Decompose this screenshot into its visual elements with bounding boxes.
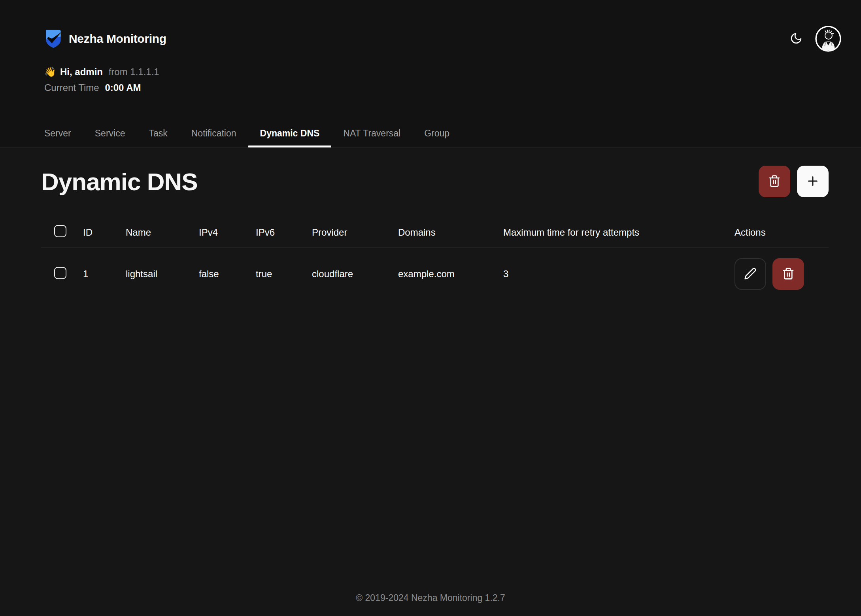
tab-group[interactable]: Group	[412, 119, 461, 147]
tab-task[interactable]: Task	[137, 119, 179, 147]
app-logo-icon	[44, 28, 62, 49]
col-header-provider: Provider	[312, 227, 398, 238]
brand[interactable]: Nezha Monitoring	[44, 28, 166, 49]
top-header: Nezha Monitoring	[0, 0, 861, 147]
tab-label: Service	[95, 128, 125, 139]
trash-icon	[782, 267, 795, 281]
plus-icon	[806, 174, 820, 189]
page-actions	[759, 166, 829, 197]
tab-label: NAT Traversal	[343, 128, 400, 139]
cell-ipv6: true	[256, 268, 312, 280]
brand-row: Nezha Monitoring	[44, 0, 841, 50]
col-header-max-retry: Maximum time for retry attempts	[503, 227, 731, 238]
current-time-line: Current Time 0:00 AM	[44, 80, 841, 96]
tab-label: Group	[424, 128, 449, 139]
tab-label: Server	[44, 128, 71, 139]
cell-name: lightsail	[126, 268, 199, 280]
tab-label: Task	[149, 128, 167, 139]
cell-id: 1	[83, 268, 126, 280]
tab-service[interactable]: Service	[83, 119, 137, 147]
bulk-delete-button[interactable]	[759, 166, 790, 197]
greeting-origin: from 1.1.1.1	[109, 66, 159, 77]
col-header-domains: Domains	[398, 227, 503, 238]
cell-actions	[731, 258, 829, 290]
col-header-actions: Actions	[731, 227, 829, 238]
copyright-text: © 2019-2024 Nezha Monitoring 1.2.7	[356, 593, 505, 603]
col-header-ipv4: IPv4	[199, 227, 256, 238]
top-actions	[787, 26, 841, 52]
moon-icon	[790, 32, 802, 46]
app-title: Nezha Monitoring	[69, 32, 166, 45]
theme-toggle-button[interactable]	[787, 30, 805, 47]
col-header-name: Name	[126, 227, 199, 238]
pencil-icon	[744, 267, 757, 281]
page-footer: © 2019-2024 Nezha Monitoring 1.2.7	[0, 593, 861, 603]
cell-provider: cloudflare	[312, 268, 398, 280]
table-row: 1 lightsail false true cloudflare exampl…	[41, 248, 829, 300]
current-time-label: Current Time	[44, 82, 99, 93]
main-content: Dynamic DNS	[0, 147, 861, 616]
page-title: Dynamic DNS	[41, 168, 198, 196]
greeting-block: 👋Hi, admin from 1.1.1.1 Current Time 0:0…	[44, 64, 841, 96]
tab-server[interactable]: Server	[32, 119, 83, 147]
row-checkbox[interactable]	[54, 267, 66, 279]
tab-notification[interactable]: Notification	[179, 119, 248, 147]
tab-label: Notification	[191, 128, 236, 139]
ddns-table: ID Name IPv4 IPv6 Provider Domains Maxim…	[41, 217, 829, 300]
tab-dynamic-dns[interactable]: Dynamic DNS	[248, 119, 332, 147]
page-head: Dynamic DNS	[41, 166, 829, 197]
cell-max-retry: 3	[503, 268, 731, 280]
delete-row-button[interactable]	[772, 258, 804, 290]
app-window: Nezha Monitoring	[0, 0, 861, 616]
col-header-ipv6: IPv6	[256, 227, 312, 238]
avatar-illustration-icon	[815, 26, 841, 52]
select-all-checkbox[interactable]	[54, 225, 66, 237]
wave-emoji: 👋	[44, 66, 56, 77]
user-avatar[interactable]	[815, 26, 841, 52]
table-header-row: ID Name IPv4 IPv6 Provider Domains Maxim…	[41, 217, 829, 248]
trash-icon	[768, 175, 781, 189]
edit-row-button[interactable]	[734, 258, 766, 290]
cell-ipv4: false	[199, 268, 256, 280]
current-time-value: 0:00 AM	[105, 82, 141, 93]
add-record-button[interactable]	[797, 166, 829, 197]
greeting-salutation: Hi, admin	[60, 66, 103, 77]
cell-domains: example.com	[398, 268, 503, 280]
col-header-id: ID	[83, 227, 126, 238]
nav-tabs: Server Service Task Notification Dynamic…	[32, 119, 841, 147]
greeting-line: 👋Hi, admin from 1.1.1.1	[44, 64, 841, 80]
tab-label: Dynamic DNS	[260, 128, 320, 139]
tab-nat-traversal[interactable]: NAT Traversal	[331, 119, 412, 147]
